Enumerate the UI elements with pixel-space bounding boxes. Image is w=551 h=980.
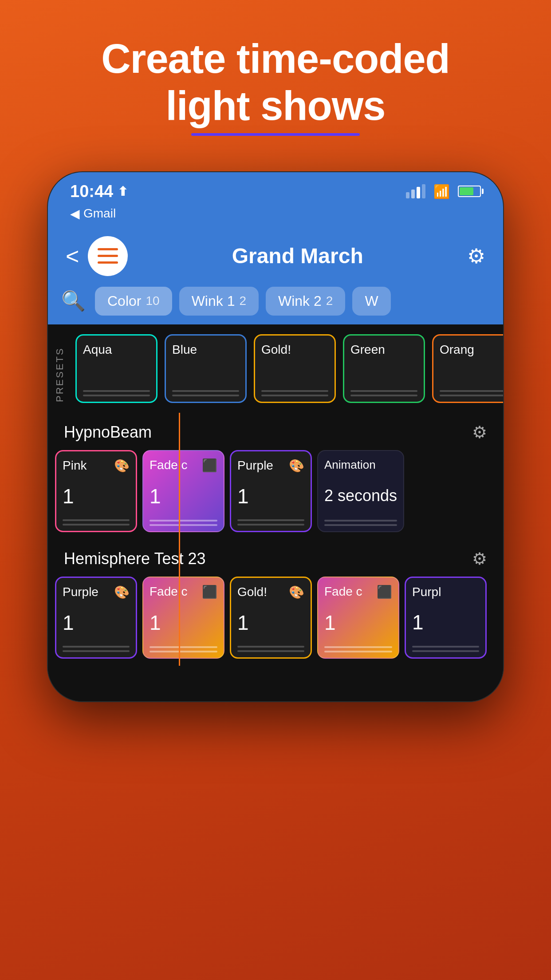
preset-aqua[interactable]: Aqua bbox=[75, 334, 157, 403]
signal-icon bbox=[406, 184, 425, 198]
preset-orange-name: Orang bbox=[440, 343, 503, 357]
group-hemisphere-header: Hemisphere Test 23 ⚙ bbox=[48, 539, 503, 577]
cue-pink-name: Pink bbox=[63, 458, 87, 473]
header-settings-button[interactable]: ⚙ bbox=[467, 244, 485, 268]
cue-animation-lines bbox=[324, 520, 397, 526]
content-area: HypnoBeam ⚙ Pink 🎨 1 Fade c ⬛ bbox=[48, 413, 503, 666]
preset-orange-lines bbox=[440, 390, 503, 396]
cue-purple2-name: Purple bbox=[63, 585, 98, 599]
cue-purple2[interactable]: Purple 🎨 1 bbox=[55, 577, 137, 659]
bottom-padding bbox=[48, 666, 503, 701]
tab-color-label: Color bbox=[107, 293, 141, 309]
tab-wink2[interactable]: Wink 2 2 bbox=[266, 287, 345, 316]
back-arrow-icon: ◀ bbox=[70, 206, 80, 221]
cue-fade-gold2[interactable]: Fade c ⬛ 1 bbox=[317, 577, 399, 659]
back-button[interactable]: < bbox=[66, 245, 79, 268]
hero-title: Create time-coded light shows bbox=[101, 36, 450, 136]
tab-color-count: 10 bbox=[146, 294, 159, 308]
preset-green[interactable]: Green bbox=[343, 334, 425, 403]
preset-blue[interactable]: Blue bbox=[165, 334, 247, 403]
cue-purple3[interactable]: Purpl 1 bbox=[405, 577, 487, 659]
group-hypnobeam-settings[interactable]: ⚙ bbox=[472, 423, 487, 442]
cue-animation-top: Animation bbox=[324, 458, 397, 472]
cue-purple-top: Purple 🎨 bbox=[237, 458, 304, 473]
location-icon: ⬆ bbox=[118, 184, 128, 199]
cue-purple[interactable]: Purple 🎨 1 bbox=[230, 450, 312, 532]
main-content: PRESETS Aqua Blue Gold! Green bbox=[48, 324, 503, 701]
group-hemisphere-cues: Purple 🎨 1 Fade c ⬛ 1 Gold! bbox=[48, 577, 503, 666]
cue-purple-icon: 🎨 bbox=[289, 458, 304, 473]
cue-fade-gold2-top: Fade c ⬛ bbox=[324, 585, 392, 599]
cue-purple3-number: 1 bbox=[412, 610, 479, 634]
menu-button[interactable] bbox=[88, 236, 128, 276]
status-bar: 10:44 ⬆ 📶 bbox=[48, 172, 503, 205]
preset-blue-name: Blue bbox=[172, 343, 239, 357]
tab-wink1[interactable]: Wink 1 2 bbox=[179, 287, 259, 316]
tab-wink2-label: Wink 2 bbox=[278, 293, 322, 309]
search-button[interactable]: 🔍 bbox=[61, 289, 88, 312]
preset-green-lines bbox=[350, 390, 417, 396]
cue-animation-name: Animation bbox=[324, 458, 376, 472]
group-hemisphere-settings[interactable]: ⚙ bbox=[472, 549, 487, 569]
tab-bar: 🔍 Color 10 Wink 1 2 Wink 2 2 W bbox=[48, 287, 503, 324]
battery-fill bbox=[460, 187, 473, 195]
group-hemisphere-name: Hemisphere Test 23 bbox=[64, 549, 206, 568]
cue-fade-purple-number: 1 bbox=[150, 484, 217, 508]
presets-section: PRESETS Aqua Blue Gold! Green bbox=[48, 324, 503, 413]
cue-gold2-top: Gold! 🎨 bbox=[237, 585, 304, 600]
cue-gold2-lines bbox=[237, 646, 304, 652]
tab-wink2-count: 2 bbox=[326, 294, 333, 308]
preset-aqua-name: Aqua bbox=[83, 343, 150, 357]
cue-purple3-lines bbox=[412, 646, 479, 652]
tab-w[interactable]: W bbox=[352, 287, 390, 316]
phone-frame: 10:44 ⬆ 📶 ◀ Gmail < Grand March ⚙ 🔍 bbox=[47, 171, 504, 702]
cue-fade-gold-number: 1 bbox=[150, 611, 217, 635]
cue-purple-name: Purple bbox=[237, 458, 273, 473]
cue-fade-gold2-icon: ⬛ bbox=[377, 585, 392, 599]
preset-gold[interactable]: Gold! bbox=[254, 334, 336, 403]
group-hypnobeam-name: HypnoBeam bbox=[64, 423, 152, 442]
tab-color[interactable]: Color 10 bbox=[95, 287, 172, 316]
cue-pink-number: 1 bbox=[63, 484, 130, 508]
cue-purple3-name: Purpl bbox=[412, 585, 441, 599]
cue-animation[interactable]: Animation 2 seconds bbox=[317, 450, 404, 532]
gmail-back-bar[interactable]: ◀ Gmail bbox=[48, 205, 503, 227]
preset-aqua-lines bbox=[83, 390, 150, 396]
preset-gold-lines bbox=[261, 390, 328, 396]
cue-fade-gold-icon: ⬛ bbox=[202, 585, 217, 599]
cue-purple2-top: Purple 🎨 bbox=[63, 585, 130, 600]
menu-line-3 bbox=[98, 261, 118, 264]
battery-icon bbox=[458, 186, 481, 197]
menu-line-1 bbox=[98, 248, 118, 250]
cue-fade-gold-lines bbox=[150, 646, 217, 652]
cue-fade-gold2-lines bbox=[324, 646, 392, 652]
cue-pink-icon: 🎨 bbox=[114, 458, 130, 473]
preset-green-name: Green bbox=[350, 343, 417, 357]
status-indicators: 📶 bbox=[406, 184, 481, 199]
app-title: Grand March bbox=[137, 244, 458, 268]
presets-cards: Aqua Blue Gold! Green Orang bbox=[72, 332, 503, 406]
cue-purple2-number: 1 bbox=[63, 611, 130, 635]
cue-purple2-lines bbox=[63, 646, 130, 652]
group-hypnobeam-cues: Pink 🎨 1 Fade c ⬛ 1 Purple bbox=[48, 450, 503, 539]
gmail-back-label: Gmail bbox=[83, 206, 116, 221]
cue-pink-lines bbox=[63, 519, 130, 526]
app-header: < Grand March ⚙ bbox=[48, 227, 503, 287]
cue-pink-top: Pink 🎨 bbox=[63, 458, 130, 473]
status-time: 10:44 ⬆ bbox=[70, 182, 128, 201]
group-hypnobeam-header: HypnoBeam ⚙ bbox=[48, 413, 503, 450]
cue-pink[interactable]: Pink 🎨 1 bbox=[55, 450, 137, 532]
presets-label: PRESETS bbox=[48, 332, 72, 406]
tab-w-label: W bbox=[365, 293, 378, 309]
preset-blue-lines bbox=[172, 390, 239, 396]
cue-purple3-top: Purpl bbox=[412, 585, 479, 599]
preset-orange[interactable]: Orang bbox=[432, 334, 503, 403]
tab-wink1-count: 2 bbox=[239, 294, 246, 308]
cue-fade-purple[interactable]: Fade c ⬛ 1 bbox=[142, 450, 224, 532]
cue-gold2-name: Gold! bbox=[237, 585, 267, 599]
tab-wink1-label: Wink 1 bbox=[192, 293, 235, 309]
cue-purple-number: 1 bbox=[237, 484, 304, 508]
cue-fade-gold-top: Fade c ⬛ bbox=[150, 585, 217, 599]
cue-fade-gold[interactable]: Fade c ⬛ 1 bbox=[142, 577, 224, 659]
cue-gold2[interactable]: Gold! 🎨 1 bbox=[230, 577, 312, 659]
